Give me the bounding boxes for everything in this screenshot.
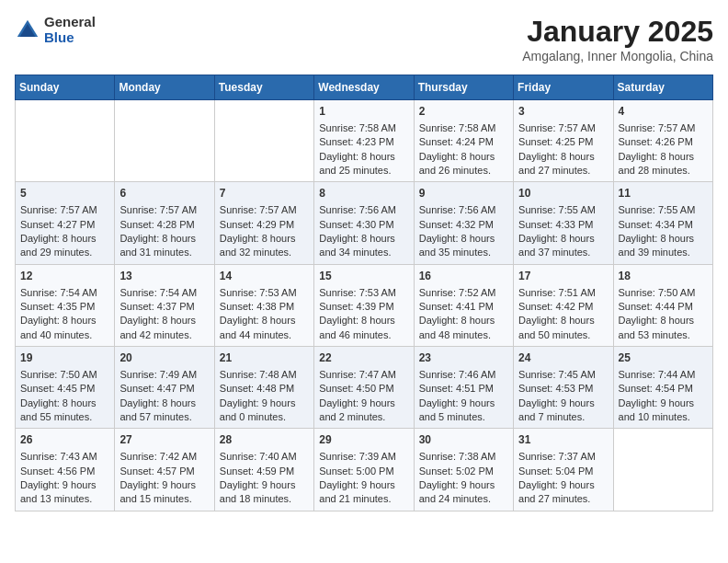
calendar-day-13: 13Sunrise: 7:54 AMSunset: 4:37 PMDayligh…: [115, 264, 214, 346]
logo-blue-text: Blue: [44, 30, 96, 46]
day-info: Sunset: 4:51 PM: [419, 382, 508, 396]
day-info: and 50 minutes.: [518, 328, 608, 342]
day-info: and 5 minutes.: [419, 410, 508, 424]
day-info: Sunrise: 7:49 AM: [119, 368, 209, 382]
day-info: Sunset: 4:34 PM: [619, 218, 708, 232]
day-number: 7: [220, 186, 309, 201]
day-number: 12: [20, 269, 109, 284]
day-info: Sunset: 4:30 PM: [319, 218, 408, 232]
calendar-week-5: 26Sunrise: 7:43 AMSunset: 4:56 PMDayligh…: [16, 429, 713, 511]
day-info: Daylight: 8 hours: [220, 314, 309, 327]
calendar-day-15: 15Sunrise: 7:53 AMSunset: 4:39 PMDayligh…: [314, 264, 414, 346]
day-info: Daylight: 8 hours: [319, 314, 408, 327]
day-info: Daylight: 9 hours: [220, 396, 309, 410]
calendar-week-3: 12Sunrise: 7:54 AMSunset: 4:35 PMDayligh…: [16, 264, 713, 346]
calendar-header-row: SundayMondayTuesdayWednesdayThursdayFrid…: [16, 75, 713, 100]
day-info: Daylight: 8 hours: [220, 232, 309, 246]
logo: General Blue: [15, 15, 96, 45]
calendar-day-4: 4Sunrise: 7:57 AMSunset: 4:26 PMDaylight…: [613, 100, 712, 182]
day-info: Sunrise: 7:53 AM: [220, 286, 309, 300]
day-info: Daylight: 8 hours: [319, 232, 408, 246]
calendar-subtitle: Amgalang, Inner Mongolia, China: [522, 49, 713, 63]
day-info: Sunrise: 7:39 AM: [319, 450, 408, 464]
day-info: Sunrise: 7:53 AM: [319, 286, 408, 300]
day-info: Sunrise: 7:58 AM: [419, 121, 508, 135]
day-number: 13: [119, 269, 209, 284]
calendar-day-9: 9Sunrise: 7:56 AMSunset: 4:32 PMDaylight…: [414, 182, 513, 264]
day-info: Sunrise: 7:37 AM: [518, 450, 608, 464]
day-info: and 55 minutes.: [20, 410, 109, 424]
day-info: Sunset: 4:41 PM: [419, 300, 508, 314]
calendar-day-18: 18Sunrise: 7:50 AMSunset: 4:44 PMDayligh…: [613, 264, 712, 346]
calendar-day-2: 2Sunrise: 7:58 AMSunset: 4:24 PMDaylight…: [414, 100, 513, 182]
day-info: Daylight: 8 hours: [419, 314, 508, 327]
day-info: and 39 minutes.: [619, 246, 708, 259]
calendar-day-28: 28Sunrise: 7:40 AMSunset: 4:59 PMDayligh…: [214, 429, 313, 511]
day-number: 9: [419, 186, 508, 201]
day-info: Sunrise: 7:57 AM: [20, 203, 109, 217]
calendar-day-21: 21Sunrise: 7:48 AMSunset: 4:48 PMDayligh…: [214, 347, 313, 429]
day-info: Sunrise: 7:48 AM: [220, 368, 309, 382]
day-header-sunday: Sunday: [16, 75, 115, 100]
calendar-day-23: 23Sunrise: 7:46 AMSunset: 4:51 PMDayligh…: [414, 347, 513, 429]
calendar-day-empty: [115, 100, 214, 182]
calendar-day-24: 24Sunrise: 7:45 AMSunset: 4:53 PMDayligh…: [514, 347, 613, 429]
calendar-title: January 2025: [522, 15, 713, 49]
calendar-day-31: 31Sunrise: 7:37 AMSunset: 5:04 PMDayligh…: [514, 429, 613, 511]
day-info: Daylight: 8 hours: [20, 314, 109, 327]
day-info: Sunrise: 7:43 AM: [20, 450, 109, 464]
day-info: Sunset: 4:33 PM: [518, 218, 608, 232]
day-info: and 13 minutes.: [20, 492, 109, 506]
day-number: 6: [119, 186, 209, 201]
day-info: Sunset: 4:54 PM: [619, 382, 708, 396]
day-info: and 28 minutes.: [619, 164, 708, 178]
day-info: Sunset: 4:32 PM: [419, 218, 508, 232]
calendar-day-22: 22Sunrise: 7:47 AMSunset: 4:50 PMDayligh…: [314, 347, 414, 429]
day-info: Sunrise: 7:57 AM: [119, 203, 209, 217]
logo-general-text: General: [44, 15, 96, 30]
day-info: Sunrise: 7:51 AM: [518, 286, 608, 300]
calendar-day-8: 8Sunrise: 7:56 AMSunset: 4:30 PMDaylight…: [314, 182, 414, 264]
day-info: Sunrise: 7:52 AM: [419, 286, 508, 300]
calendar-day-29: 29Sunrise: 7:39 AMSunset: 5:00 PMDayligh…: [314, 429, 414, 511]
day-info: Daylight: 8 hours: [419, 232, 508, 246]
day-number: 22: [319, 350, 408, 366]
day-header-tuesday: Tuesday: [214, 75, 313, 100]
day-info: Sunset: 4:28 PM: [119, 218, 209, 232]
day-info: Sunrise: 7:45 AM: [518, 368, 608, 382]
day-info: and 7 minutes.: [518, 410, 608, 424]
calendar-day-25: 25Sunrise: 7:44 AMSunset: 4:54 PMDayligh…: [613, 347, 712, 429]
day-header-thursday: Thursday: [414, 75, 513, 100]
day-info: Daylight: 8 hours: [119, 396, 209, 410]
day-info: Daylight: 8 hours: [518, 314, 608, 327]
day-info: and 27 minutes.: [518, 492, 608, 506]
calendar-day-empty: [214, 100, 313, 182]
day-info: Sunrise: 7:42 AM: [119, 450, 209, 464]
calendar-week-1: 1Sunrise: 7:58 AMSunset: 4:23 PMDaylight…: [16, 100, 713, 182]
day-info: Daylight: 8 hours: [619, 314, 708, 327]
day-info: Daylight: 9 hours: [518, 396, 608, 410]
calendar-table: SundayMondayTuesdayWednesdayThursdayFrid…: [15, 75, 713, 511]
calendar-day-12: 12Sunrise: 7:54 AMSunset: 4:35 PMDayligh…: [16, 264, 115, 346]
day-info: Sunset: 4:45 PM: [20, 382, 109, 396]
calendar-day-5: 5Sunrise: 7:57 AMSunset: 4:27 PMDaylight…: [16, 182, 115, 264]
day-info: and 21 minutes.: [319, 492, 408, 506]
day-info: Daylight: 8 hours: [20, 232, 109, 246]
day-info: Sunrise: 7:40 AM: [220, 450, 309, 464]
day-info: and 32 minutes.: [220, 246, 309, 259]
day-info: and 37 minutes.: [518, 246, 608, 259]
day-info: Sunrise: 7:47 AM: [319, 368, 408, 382]
day-number: 31: [518, 432, 608, 448]
day-info: and 40 minutes.: [20, 328, 109, 342]
day-info: Sunrise: 7:50 AM: [619, 286, 708, 300]
day-number: 11: [619, 186, 708, 201]
day-info: and 10 minutes.: [619, 410, 708, 424]
day-info: Sunset: 4:29 PM: [220, 218, 309, 232]
day-info: Sunset: 4:56 PM: [20, 465, 109, 478]
day-info: Daylight: 9 hours: [119, 478, 209, 492]
day-info: Daylight: 8 hours: [518, 150, 608, 164]
day-info: Daylight: 9 hours: [619, 396, 708, 410]
day-info: Sunrise: 7:54 AM: [119, 286, 209, 300]
day-info: Sunrise: 7:57 AM: [220, 203, 309, 217]
day-info: and 31 minutes.: [119, 246, 209, 259]
